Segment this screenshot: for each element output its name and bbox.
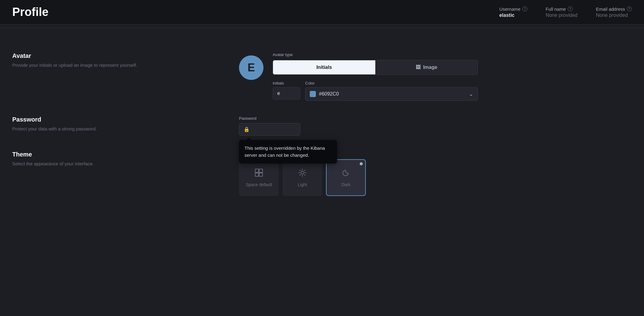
username-value: elastic <box>499 13 527 18</box>
password-label: Password <box>239 116 478 121</box>
avatar-section-desc: Provide your initials or upload an image… <box>12 62 227 69</box>
image-icon: 🖼 <box>416 65 421 70</box>
light-label: Light <box>298 182 307 187</box>
fullname-label: Full name ? <box>546 6 578 12</box>
selected-dot <box>360 162 363 165</box>
initials-field-label: Initials <box>273 81 300 85</box>
fullname-value: None provided <box>546 13 578 18</box>
svg-line-10 <box>304 175 305 175</box>
light-icon <box>298 168 307 179</box>
svg-point-4 <box>301 171 304 174</box>
theme-modes: Space default <box>239 159 478 196</box>
username-field: Username ? elastic <box>499 6 527 18</box>
password-tooltip-wrapper: 🔒 This setting is overridden by the Kiba… <box>239 123 300 136</box>
svg-line-11 <box>304 170 305 171</box>
fullname-field: Full name ? None provided <box>546 6 578 18</box>
svg-rect-0 <box>255 169 259 172</box>
lock-icon: 🔒 <box>244 126 250 132</box>
initials-input[interactable] <box>273 87 300 100</box>
avatar-section: Avatar Provide your initials or upload a… <box>12 52 478 101</box>
page-header: Profile Username ? elastic Full name ? N… <box>0 0 644 24</box>
svg-line-9 <box>300 170 301 171</box>
avatar-fields-row: Initials Color #6092C0 ⌄ <box>273 81 478 101</box>
avatar-type-label: Avatar type <box>273 52 478 57</box>
avatar-section-right: E Avatar type Initials 🖼 Image Initials <box>239 52 478 101</box>
email-field: Email address ? None provided <box>596 6 632 18</box>
header-divider <box>0 28 644 28</box>
space-default-icon <box>255 168 263 179</box>
space-default-label: Space default <box>246 182 272 187</box>
email-value: None provided <box>596 13 632 18</box>
color-field-label: Color <box>305 81 478 85</box>
fullname-help-icon[interactable]: ? <box>568 6 573 11</box>
password-section-right: Password 🔒 This setting is overridden by… <box>239 116 478 136</box>
change-password-button[interactable]: 🔒 <box>239 123 300 136</box>
username-help-icon[interactable]: ? <box>522 6 527 11</box>
email-help-icon[interactable]: ? <box>627 6 632 11</box>
password-section-desc: Protect your data with a strong password… <box>12 126 227 133</box>
svg-rect-1 <box>259 169 263 172</box>
email-label: Email address ? <box>596 6 632 12</box>
password-section-title: Password <box>12 116 227 123</box>
theme-light[interactable]: Light <box>282 159 322 196</box>
color-hex-value: #6092C0 <box>319 91 339 97</box>
password-tooltip: This setting is overridden by the Kibana… <box>239 140 337 164</box>
password-section-left: Password Protect your data with a strong… <box>12 116 227 133</box>
theme-dark[interactable]: Dark <box>326 159 366 196</box>
svg-rect-2 <box>255 173 259 176</box>
dark-label: Dark <box>341 182 350 187</box>
theme-section-desc: Select the appearance of your interface. <box>12 160 227 167</box>
initials-toggle-btn[interactable]: Initials <box>273 60 375 74</box>
svg-rect-3 <box>259 173 263 176</box>
color-swatch <box>310 91 316 97</box>
initials-field-group: Initials <box>273 81 300 100</box>
avatar-area: E Avatar type Initials 🖼 Image Initials <box>239 52 478 101</box>
theme-section-title: Theme <box>12 151 227 158</box>
theme-section-left: Theme Select the appearance of your inte… <box>12 151 227 167</box>
avatar-section-left: Avatar Provide your initials or upload a… <box>12 52 227 69</box>
chevron-down-icon: ⌄ <box>469 91 473 97</box>
avatar-controls: Avatar type Initials 🖼 Image Initials <box>273 52 478 101</box>
avatar-preview: E <box>239 55 263 80</box>
header-info: Username ? elastic Full name ? None prov… <box>499 6 632 18</box>
theme-space-default[interactable]: Space default <box>239 159 279 196</box>
username-label: Username ? <box>499 6 527 12</box>
avatar-type-toggle: Initials 🖼 Image <box>273 60 478 75</box>
avatar-section-title: Avatar <box>12 52 227 59</box>
password-section: Password Protect your data with a strong… <box>12 116 478 136</box>
page-title: Profile <box>12 6 499 19</box>
image-toggle-btn[interactable]: 🖼 Image <box>375 60 478 74</box>
dark-icon <box>342 168 350 179</box>
color-field-group: Color #6092C0 ⌄ <box>305 81 478 101</box>
color-select[interactable]: #6092C0 ⌄ <box>305 87 478 101</box>
main-content: Avatar Provide your initials or upload a… <box>0 40 490 224</box>
svg-line-12 <box>300 175 301 175</box>
